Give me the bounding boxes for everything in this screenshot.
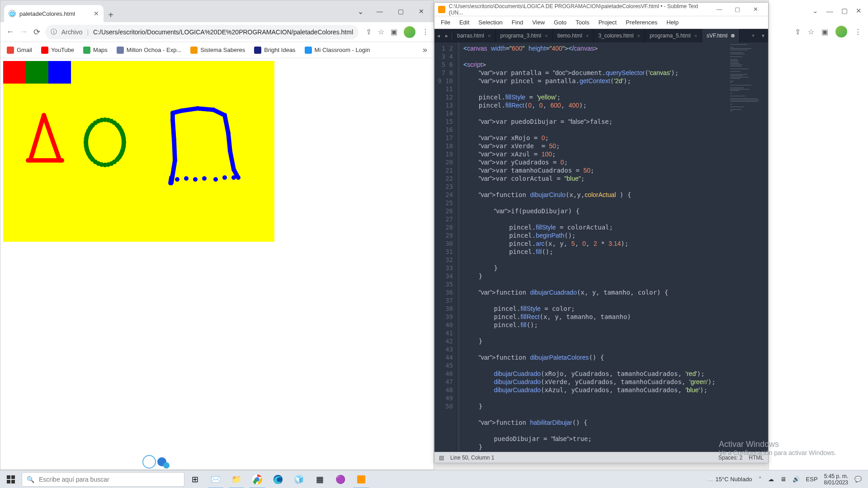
chrome-tab-active[interactable]: 🌐 paletadeColores.html ✕ xyxy=(4,5,104,22)
tab-close-icon[interactable]: × xyxy=(488,33,491,38)
tab-close-icon[interactable]: × xyxy=(545,33,547,38)
tab-close-icon[interactable]: × xyxy=(586,33,589,38)
tab-menu-icon[interactable]: ▾ xyxy=(758,33,768,39)
tab-close-icon[interactable]: × xyxy=(694,33,697,38)
taskbar-search[interactable]: 🔍 Escribe aquí para buscar xyxy=(22,472,184,487)
editor-tab[interactable]: sVF.html xyxy=(702,29,740,42)
task-view-icon[interactable]: ⊞ xyxy=(184,470,205,488)
bookmark-item[interactable]: Sistema Saberes xyxy=(190,47,245,54)
menu-view[interactable]: View xyxy=(528,17,548,28)
editor-tab[interactable]: programa_5.html× xyxy=(645,29,702,42)
bg-share-icon[interactable]: ⇪ xyxy=(795,28,801,36)
tray-network-icon[interactable]: 🖥 xyxy=(780,476,786,483)
bookmark-item[interactable]: Maps xyxy=(83,47,108,54)
menu-file[interactable]: File xyxy=(437,17,454,28)
nav-reload-button[interactable]: ⟳ xyxy=(32,25,42,39)
bookmark-item[interactable]: Mi Classroom - Login xyxy=(305,47,370,54)
mail-app-icon[interactable]: ✉️ xyxy=(205,470,226,488)
bg-maximize-icon[interactable]: ▢ xyxy=(841,7,848,15)
tab-history-fwd-icon[interactable]: ▸ xyxy=(443,29,451,42)
tray-clock[interactable]: 5:45 p. m. 8/01/2023 xyxy=(824,473,848,486)
status-line-col[interactable]: Line 50, Column 1 xyxy=(450,455,494,461)
windows-logo-icon xyxy=(7,475,15,483)
menu-selection[interactable]: Selection xyxy=(475,17,506,28)
window-maximize-icon[interactable]: ▢ xyxy=(390,3,411,19)
menu-tools[interactable]: Tools xyxy=(572,17,593,28)
chrome-kebab-icon[interactable]: ⋮ xyxy=(422,28,429,36)
weather-widget[interactable]: ☁️ 15°C Nublado xyxy=(707,476,752,483)
window-close-icon[interactable]: ✕ xyxy=(411,3,432,19)
tab-search-chevron-icon[interactable]: ⌄ xyxy=(351,3,369,19)
menu-help[interactable]: Help xyxy=(663,17,682,28)
menu-preferences[interactable]: Preferences xyxy=(622,17,661,28)
bg-kebab-icon[interactable]: ⋮ xyxy=(854,28,862,36)
editor-body: 1 2 3 4 5 6 7 8 9 10 11 12 13 14 15 16 1… xyxy=(434,42,768,452)
app-1-taskbar-icon[interactable]: ▦ xyxy=(309,470,330,488)
bookmark-item[interactable]: Gmail xyxy=(7,47,32,54)
tray-volume-icon[interactable]: 🔊 xyxy=(793,476,800,483)
menu-find[interactable]: Find xyxy=(508,17,527,28)
status-menu-icon[interactable]: ▤ xyxy=(439,455,444,461)
tab-close-icon[interactable]: × xyxy=(637,33,640,38)
bookmark-item[interactable]: YouTube xyxy=(41,47,74,54)
omnibox[interactable]: ⓘ Archivo | C:/Users/escritorio/Document… xyxy=(45,25,359,39)
status-language[interactable]: HTML xyxy=(749,455,764,461)
sublime-close-icon[interactable]: ✕ xyxy=(746,6,764,13)
code-area[interactable]: <canvas width="600" height="400"></canva… xyxy=(457,42,727,452)
tab-title: paletadeColores.html xyxy=(19,10,75,17)
bookmark-favicon-icon xyxy=(254,47,261,54)
bg-minimize-icon[interactable]: — xyxy=(826,7,833,15)
site-info-icon[interactable]: ⓘ xyxy=(51,28,57,36)
edge-taskbar-icon[interactable] xyxy=(268,470,288,488)
sublime-maximize-icon[interactable]: ▢ xyxy=(728,6,746,13)
start-button[interactable] xyxy=(0,470,22,488)
bookmark-favicon-icon xyxy=(190,47,198,54)
editor-tab[interactable]: 3_colores.html× xyxy=(594,29,645,42)
tray-notifications-icon[interactable]: 💬 xyxy=(854,476,862,483)
nav-forward-button[interactable]: → xyxy=(19,25,29,39)
window-minimize-icon[interactable]: — xyxy=(369,3,390,19)
background-browser-window: ⌄ — ▢ ✕ ⇪ ☆ ▣ ⋮ xyxy=(769,0,868,470)
share-icon[interactable]: ⇪ xyxy=(366,28,372,36)
sublime-titlebar: C:\Users\escritorio\Documents\LOGICA DE … xyxy=(434,3,768,16)
bookmarks-bar: GmailYouTubeMapsMilton Ochoa - Exp...Sis… xyxy=(0,42,434,58)
bg-star-icon[interactable]: ☆ xyxy=(808,28,814,36)
bg-avatar[interactable] xyxy=(835,26,847,38)
bookmark-item[interactable]: Bright Ideas xyxy=(254,47,295,54)
tray-onedrive-icon[interactable]: ☁ xyxy=(768,476,774,483)
bg-sidepanel-icon[interactable]: ▣ xyxy=(821,28,828,36)
bookmarks-overflow-icon[interactable]: » xyxy=(423,45,427,55)
nav-back-button[interactable]: ← xyxy=(5,25,16,39)
drawing-canvas[interactable] xyxy=(3,61,274,242)
file-explorer-icon[interactable]: 📁 xyxy=(226,470,247,488)
tray-chevron-up-icon[interactable]: ˄ xyxy=(759,476,762,483)
bookmark-item[interactable]: Milton Ochoa - Exp... xyxy=(117,47,181,54)
sublime-minimize-icon[interactable]: — xyxy=(710,6,728,13)
chrome-taskbar-icon[interactable] xyxy=(247,470,268,488)
tray-language[interactable]: ESP xyxy=(806,476,818,483)
editor-tab-label: programa_3.html xyxy=(500,33,541,39)
tab-close-icon[interactable]: ✕ xyxy=(94,10,99,17)
page-content xyxy=(0,58,434,469)
tab-new-icon[interactable]: + xyxy=(748,33,758,39)
sublime-taskbar-icon[interactable] xyxy=(351,470,372,488)
store-taskbar-icon[interactable]: 🧊 xyxy=(288,470,309,488)
minimap[interactable] xyxy=(727,42,768,452)
profile-avatar[interactable] xyxy=(404,26,415,38)
editor-tab[interactable]: programa_3.html× xyxy=(495,29,552,42)
tab-history-back-icon[interactable]: ◂ xyxy=(434,29,443,42)
bookmark-label: Milton Ochoa - Exp... xyxy=(127,47,181,53)
bg-close-icon[interactable]: ✕ xyxy=(856,7,862,15)
fold-bar xyxy=(457,42,460,452)
editor-tab[interactable]: tiemo.html× xyxy=(553,29,594,42)
tray-date: 8/01/2023 xyxy=(824,479,848,486)
menu-edit[interactable]: Edit xyxy=(456,17,473,28)
status-spaces[interactable]: Spaces: 2 xyxy=(718,455,742,461)
sidepanel-icon[interactable]: ▣ xyxy=(391,28,397,36)
editor-tab[interactable]: barras.html× xyxy=(453,29,495,42)
menu-project[interactable]: Project xyxy=(595,17,620,28)
app-2-taskbar-icon[interactable]: 🟣 xyxy=(330,470,351,488)
bookmark-star-icon[interactable]: ☆ xyxy=(378,28,384,36)
new-tab-button[interactable]: + xyxy=(104,8,118,22)
menu-goto[interactable]: Goto xyxy=(550,17,570,28)
